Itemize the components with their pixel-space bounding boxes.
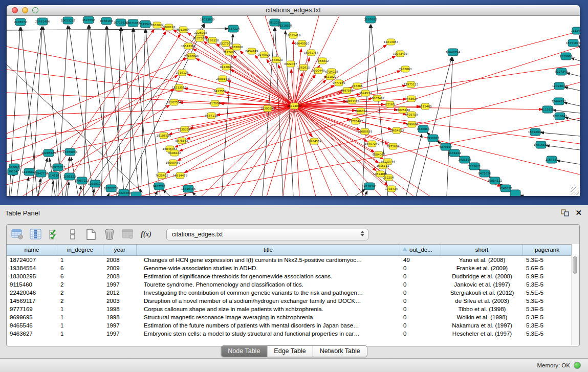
graph-node[interactable]: 7625402 [156, 172, 168, 179]
column-header-name[interactable]: name [7, 245, 57, 255]
table-vertical-scrollbar[interactable] [571, 255, 579, 345]
graph-node[interactable]: 18325419 [286, 32, 301, 38]
graph-node[interactable]: 8471626 [478, 170, 491, 177]
graph-node[interactable]: 16033809 [200, 16, 215, 23]
graph-node[interactable]: 9227343 [555, 68, 568, 75]
table-row[interactable]: 946554611997Estimation of the future num… [7, 321, 572, 330]
graph-node[interactable]: 20206525 [41, 149, 56, 157]
select-rows-icon[interactable] [48, 228, 60, 240]
column-header-title[interactable]: title [137, 245, 400, 255]
table-row[interactable]: 1872400712008Changes of HCN gene express… [7, 256, 572, 264]
table-row[interactable]: 2242004622012Investigating the contribut… [7, 289, 572, 297]
graph-node[interactable]: 15720407 [349, 118, 363, 124]
graph-node[interactable]: 7857224 [227, 25, 240, 32]
graph-node[interactable]: 16648794 [446, 49, 461, 56]
column-header-year[interactable]: year [103, 245, 137, 255]
graph-node[interactable]: 9463627 [405, 96, 418, 102]
graph-node[interactable]: 9990448 [312, 68, 325, 74]
table-row[interactable]: 1830029562008Estimation of significance … [7, 272, 572, 280]
graph-node[interactable]: 16671355 [126, 19, 141, 27]
graph-node[interactable]: 16961758 [304, 50, 319, 56]
graph-node[interactable]: 12323468 [117, 189, 132, 196]
graph-node[interactable]: 1527602 [82, 16, 95, 24]
close-window-button[interactable] [12, 7, 18, 13]
graph-node[interactable]: 8878342 [176, 138, 188, 144]
graph-node[interactable]: 9127508 [193, 35, 206, 41]
graph-node[interactable]: 6497568 [341, 87, 354, 94]
table-row[interactable]: 1938455462009Genome-wide association stu… [7, 264, 572, 272]
graph-node[interactable]: 2687682 [364, 16, 377, 23]
graph-node[interactable]: 17359934 [63, 148, 78, 156]
graph-node[interactable]: 19106829 [157, 133, 171, 139]
graph-node[interactable]: 10958107 [88, 180, 103, 187]
delete-table-icon[interactable] [103, 228, 116, 240]
graph-node[interactable]: 1112447 [571, 27, 580, 34]
graph-node[interactable]: 2803144 [216, 76, 229, 82]
graph-node[interactable] [510, 190, 520, 196]
graph-node[interactable]: 16640910 [295, 40, 310, 47]
column-header-pagerank[interactable]: pagerank [523, 245, 572, 255]
graph-node[interactable]: 12213967 [384, 39, 399, 45]
window-resize-grip[interactable] [571, 187, 579, 195]
table-row[interactable]: 1456911722003Disruption of a novel membe… [7, 297, 572, 305]
network-window-titlebar[interactable]: citations_edges.txt [7, 5, 580, 16]
graph-node[interactable]: 6495759 [405, 112, 418, 118]
graph-node[interactable]: 2405572 [14, 18, 27, 26]
new-table-icon[interactable] [84, 228, 97, 240]
graph-node[interactable]: 8912954 [177, 27, 190, 33]
graph-node[interactable]: 8454749 [246, 48, 258, 54]
graph-node[interactable]: 10975857 [51, 164, 66, 171]
graph-node[interactable]: 3624534 [359, 90, 372, 96]
graph-node[interactable]: 7975692 [387, 143, 400, 149]
tab-node-table[interactable]: Node Table [221, 346, 267, 357]
graph-node[interactable]: 15751074 [566, 39, 580, 47]
graph-node[interactable]: 15716485 [181, 185, 196, 192]
graph-node[interactable]: 12093872 [552, 82, 567, 90]
graph-node[interactable]: 15353597 [178, 126, 192, 133]
graph-node[interactable]: 8667110 [205, 113, 218, 119]
graph-node[interactable]: 16099489 [166, 160, 181, 166]
graph-node[interactable]: 62160 [385, 101, 395, 107]
network-graph[interactable]: 2405572206914061065332715276028466160107… [7, 16, 580, 196]
network-table-selector[interactable]: citations_edges.txt [166, 229, 368, 240]
graph-node[interactable]: 9777169 [333, 80, 345, 86]
table-row[interactable]: 969969511998Structural magnetic resonanc… [7, 313, 572, 321]
minimize-window-button[interactable] [22, 7, 28, 13]
function-builder-icon[interactable]: f(x) [140, 228, 153, 240]
graph-node[interactable]: 8822037 [285, 61, 297, 67]
graph-node[interactable]: 10653327 [61, 17, 76, 24]
graph-node[interactable]: 39154 [8, 168, 18, 175]
graph-node[interactable]: 252254 [383, 174, 394, 181]
graph-node[interactable]: 746266 [352, 83, 363, 89]
graph-node[interactable]: 9474444 [448, 149, 461, 157]
float-window-icon[interactable] [561, 209, 569, 216]
network-view-canvas[interactable]: 2405572206914061065332715276028466160107… [7, 16, 580, 196]
graph-node[interactable]: 7832621 [468, 163, 481, 170]
column-header-in-degree[interactable]: in_degree [57, 245, 103, 255]
graph-node[interactable]: 8115955 [541, 106, 554, 113]
graph-node[interactable]: 16782759 [104, 185, 119, 192]
network-window[interactable]: citations_edges.txt 24055722069140610653… [7, 5, 580, 196]
graph-node[interactable]: 7663822 [151, 22, 164, 28]
graph-node[interactable]: 9115460 [419, 103, 432, 110]
graph-node[interactable]: 1640954 [417, 125, 430, 133]
graph-node[interactable]: 16914479 [173, 172, 188, 179]
graph-node[interactable]: 12444191 [552, 98, 567, 105]
zoom-window-button[interactable] [32, 7, 38, 13]
graph-node[interactable]: 12942737 [34, 170, 49, 177]
graph-node[interactable]: 10854112 [488, 177, 502, 184]
scrollbar-thumb[interactable] [573, 256, 577, 274]
graph-node[interactable]: 1167531 [546, 156, 558, 163]
graph-node[interactable]: 8938923 [427, 135, 440, 142]
graph-node[interactable]: 15892971 [528, 128, 543, 136]
close-panel-icon[interactable]: ✕ [575, 209, 582, 217]
graph-node[interactable]: 17957223 [75, 177, 90, 184]
graph-node[interactable]: 20691406 [35, 18, 50, 25]
graph-node[interactable]: 2933114 [459, 156, 471, 163]
graph-node[interactable]: 10984554 [307, 138, 322, 144]
tab-network-table[interactable]: Network Table [313, 346, 367, 357]
graph-node[interactable]: 17016534 [534, 141, 549, 148]
graph-node[interactable]: 16407249 [365, 141, 380, 147]
graph-node[interactable]: 19218596 [278, 22, 293, 29]
table-row[interactable]: 911546021997Tourette syndrome. Phenomeno… [7, 280, 572, 289]
